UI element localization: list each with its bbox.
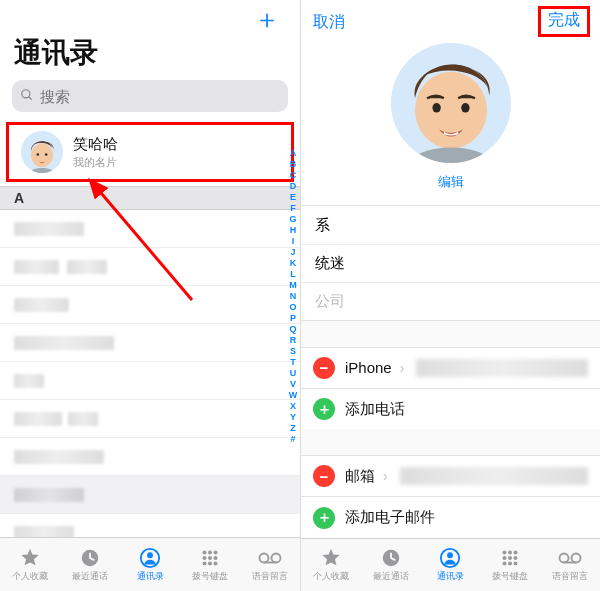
tab-contacts[interactable]: 通讯录 — [421, 539, 481, 591]
alpha-index[interactable]: ABCDEFGHIJKLMNOPQRSTUVWXYZ# — [287, 148, 299, 445]
index-letter[interactable]: T — [287, 357, 299, 368]
keypad-icon — [498, 547, 522, 569]
section-header-a: A — [0, 186, 300, 210]
phone-row[interactable]: − iPhone › — [301, 347, 600, 388]
email-type-label[interactable]: 邮箱 — [345, 467, 375, 486]
tab-voicemail[interactable]: 语音留言 — [240, 538, 300, 591]
index-letter[interactable]: N — [287, 291, 299, 302]
tab-recents[interactable]: 最近通话 — [361, 539, 421, 591]
phone-value-blurred — [416, 359, 588, 377]
add-email-row[interactable]: ＋ 添加电子邮件 — [301, 496, 600, 537]
svg-point-14 — [208, 555, 212, 559]
svg-point-5 — [45, 153, 48, 156]
index-letter[interactable]: W — [287, 390, 299, 401]
index-letter[interactable]: O — [287, 302, 299, 313]
index-letter[interactable]: U — [287, 368, 299, 379]
last-name-field[interactable]: 统迷 — [301, 244, 600, 282]
phone-type-label[interactable]: iPhone — [345, 359, 392, 376]
tab-label: 拨号键盘 — [492, 570, 528, 583]
tab-label: 语音留言 — [252, 570, 288, 583]
tab-recents[interactable]: 最近通话 — [60, 538, 120, 591]
avatar-large[interactable] — [391, 43, 511, 163]
svg-point-32 — [514, 550, 518, 554]
index-letter[interactable]: S — [287, 346, 299, 357]
remove-icon[interactable]: − — [313, 357, 335, 379]
email-row[interactable]: − 邮箱 › — [301, 455, 600, 496]
search-field[interactable] — [12, 80, 288, 112]
index-letter[interactable]: M — [287, 280, 299, 291]
index-letter[interactable]: Q — [287, 324, 299, 335]
tab-label: 最近通话 — [72, 570, 108, 583]
tab-favorites[interactable]: 个人收藏 — [301, 539, 361, 591]
tab-bar: 个人收藏 最近通话 通讯录 拨号键盘 语音留言 — [0, 537, 300, 591]
my-card-name: 笑哈哈 — [73, 135, 118, 154]
chevron-right-icon: › — [383, 468, 388, 484]
svg-line-1 — [29, 96, 32, 99]
list-item[interactable] — [0, 286, 300, 324]
my-card-row[interactable]: 笑哈哈 我的名片 — [6, 122, 294, 182]
index-letter[interactable]: Z — [287, 423, 299, 434]
index-letter[interactable]: D — [287, 181, 299, 192]
index-letter[interactable]: L — [287, 269, 299, 280]
index-letter[interactable]: V — [287, 379, 299, 390]
svg-point-0 — [22, 89, 30, 97]
tab-label: 个人收藏 — [313, 570, 349, 583]
svg-point-10 — [202, 550, 206, 554]
list-item[interactable] — [0, 210, 300, 248]
index-letter[interactable]: Y — [287, 412, 299, 423]
index-letter[interactable]: R — [287, 335, 299, 346]
svg-point-40 — [572, 553, 581, 562]
list-item[interactable] — [0, 514, 300, 537]
first-name-field[interactable]: 系 — [301, 206, 600, 244]
keypad-icon — [198, 547, 222, 569]
index-letter[interactable]: K — [287, 258, 299, 269]
index-letter[interactable]: J — [287, 247, 299, 258]
remove-icon[interactable]: − — [313, 465, 335, 487]
svg-point-11 — [208, 550, 212, 554]
page-title: 通讯录 — [14, 34, 286, 72]
cancel-button[interactable]: 取消 — [313, 12, 345, 33]
voicemail-icon — [258, 547, 282, 569]
svg-point-19 — [260, 553, 269, 562]
svg-point-16 — [202, 561, 206, 565]
index-letter[interactable]: A — [287, 148, 299, 159]
tab-keypad[interactable]: 拨号键盘 — [480, 539, 540, 591]
index-letter[interactable]: B — [287, 159, 299, 170]
last-name-value: 统迷 — [315, 254, 345, 273]
tab-favorites[interactable]: 个人收藏 — [0, 538, 60, 591]
list-item[interactable] — [0, 324, 300, 362]
tab-voicemail[interactable]: 语音留言 — [540, 539, 600, 591]
index-letter[interactable]: H — [287, 225, 299, 236]
edit-photo-button[interactable]: 编辑 — [438, 173, 464, 191]
index-letter[interactable]: E — [287, 192, 299, 203]
my-card-subtitle: 我的名片 — [73, 155, 118, 170]
add-icon[interactable]: ＋ — [313, 507, 335, 529]
list-item[interactable] — [0, 248, 300, 286]
svg-point-23 — [415, 72, 487, 149]
list-item[interactable] — [0, 438, 300, 476]
index-letter[interactable]: F — [287, 203, 299, 214]
index-letter[interactable]: G — [287, 214, 299, 225]
tab-contacts[interactable]: 通讯录 — [120, 538, 180, 591]
add-contact-icon[interactable]: ＋ — [254, 6, 280, 32]
index-letter[interactable]: P — [287, 313, 299, 324]
svg-point-13 — [202, 555, 206, 559]
add-phone-row[interactable]: ＋ 添加电话 — [301, 388, 600, 429]
svg-point-36 — [503, 561, 507, 565]
list-item[interactable] — [0, 362, 300, 400]
contacts-list[interactable] — [0, 210, 300, 537]
index-letter[interactable]: X — [287, 401, 299, 412]
index-letter[interactable]: C — [287, 170, 299, 181]
list-item[interactable] — [0, 400, 300, 438]
index-letter[interactable]: # — [287, 434, 299, 445]
svg-point-35 — [514, 556, 518, 560]
search-input[interactable] — [40, 88, 280, 105]
index-letter[interactable]: I — [287, 236, 299, 247]
svg-point-18 — [213, 561, 217, 565]
list-item[interactable] — [0, 476, 300, 514]
done-button[interactable]: 完成 — [538, 6, 590, 37]
company-field[interactable]: 公司 — [301, 282, 600, 320]
tab-keypad[interactable]: 拨号键盘 — [180, 538, 240, 591]
favorites-icon — [18, 547, 42, 569]
add-icon[interactable]: ＋ — [313, 398, 335, 420]
